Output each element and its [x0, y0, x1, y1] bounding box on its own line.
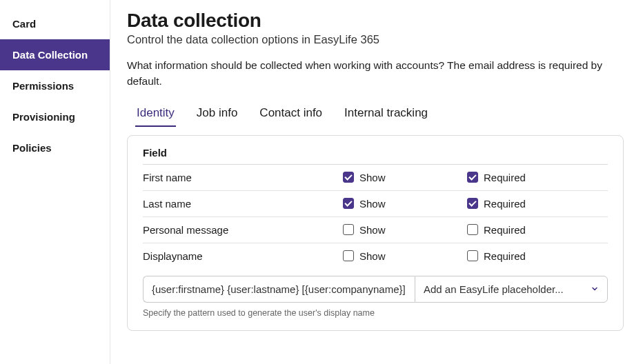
show-label: Show	[359, 198, 386, 210]
main-content: Data collection Control the data collect…	[110, 0, 643, 364]
show-label: Show	[359, 224, 386, 236]
tab-job-info[interactable]: Job info	[195, 102, 239, 127]
field-header: Field	[143, 147, 608, 165]
table-row: First name Show Required	[143, 165, 608, 191]
checkbox-show[interactable]	[343, 224, 354, 235]
checkbox-required[interactable]	[467, 250, 478, 261]
table-row: Displayname Show Required	[143, 243, 608, 269]
page-description: What information should be collected whe…	[127, 57, 624, 90]
table-row: Last name Show Required	[143, 191, 608, 217]
required-label: Required	[484, 198, 526, 210]
tab-contact-info[interactable]: Contact info	[258, 102, 324, 127]
placeholder-select-label: Add an EasyLife placeholder...	[424, 283, 564, 295]
fields-panel: Field First name Show Required Last name…	[127, 135, 624, 331]
checkbox-required[interactable]	[467, 172, 478, 183]
displayname-pattern-helper: Specify the pattern used to generate the…	[143, 308, 608, 318]
checkbox-show[interactable]	[343, 172, 354, 183]
required-label: Required	[484, 250, 526, 262]
sidebar-item-data-collection[interactable]: Data Collection	[0, 39, 110, 70]
chevron-down-icon	[591, 285, 599, 293]
tab-identity[interactable]: Identity	[135, 102, 176, 127]
field-name: First name	[143, 172, 343, 183]
show-label: Show	[359, 250, 386, 262]
field-name: Personal message	[143, 224, 343, 236]
checkbox-show[interactable]	[343, 250, 354, 261]
required-label: Required	[484, 224, 526, 236]
sidebar-item-permissions[interactable]: Permissions	[0, 70, 110, 101]
sidebar-item-label: Data Collection	[12, 49, 88, 61]
checkbox-show[interactable]	[343, 198, 354, 209]
displayname-pattern-row: Add an EasyLife placeholder...	[143, 276, 608, 303]
checkbox-required[interactable]	[467, 224, 478, 235]
field-name: Displayname	[143, 250, 343, 262]
checkbox-required[interactable]	[467, 198, 478, 209]
table-row: Personal message Show Required	[143, 217, 608, 243]
placeholder-select[interactable]: Add an EasyLife placeholder...	[415, 276, 608, 303]
sidebar-item-label: Policies	[12, 142, 52, 154]
sidebar: Card Data Collection Permissions Provisi…	[0, 0, 110, 364]
sidebar-item-label: Card	[12, 18, 36, 30]
tabs: Identity Job info Contact info Internal …	[127, 102, 624, 127]
page-subtitle: Control the data collection options in E…	[127, 33, 624, 46]
required-label: Required	[484, 172, 526, 183]
tab-internal-tracking[interactable]: Internal tracking	[343, 102, 429, 127]
show-label: Show	[359, 172, 386, 183]
sidebar-item-card[interactable]: Card	[0, 8, 110, 39]
displayname-pattern-input[interactable]	[143, 276, 415, 303]
sidebar-item-label: Provisioning	[12, 111, 75, 123]
page-title: Data collection	[127, 10, 624, 32]
field-name: Last name	[143, 198, 343, 210]
sidebar-item-provisioning[interactable]: Provisioning	[0, 101, 110, 132]
sidebar-item-label: Permissions	[12, 80, 74, 92]
sidebar-item-policies[interactable]: Policies	[0, 132, 110, 163]
